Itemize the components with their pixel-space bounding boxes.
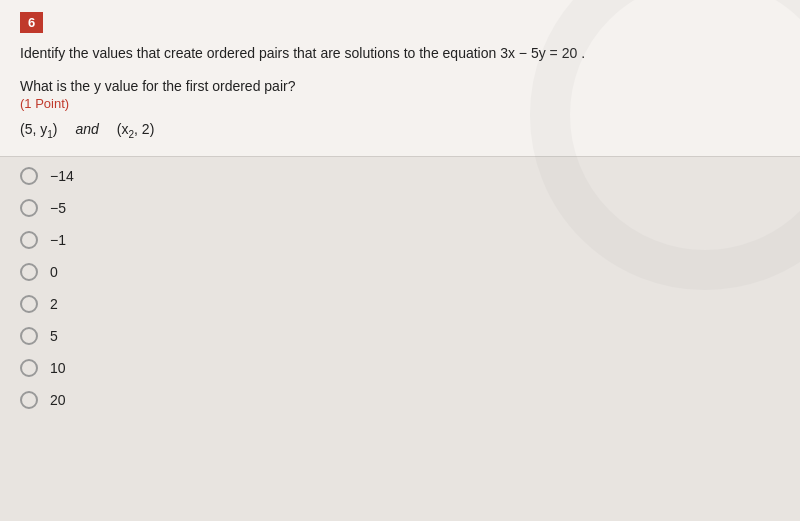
sub-question-text: What is the y value for the first ordere… (20, 78, 780, 94)
radio-neg14[interactable] (20, 167, 38, 185)
option-neg1[interactable]: −1 (20, 231, 780, 249)
label-5: 5 (50, 328, 58, 344)
option-neg14[interactable]: −14 (20, 167, 780, 185)
answers-section: −14 −5 −1 0 2 5 10 20 (0, 157, 800, 433)
radio-neg5[interactable] (20, 199, 38, 217)
page-container: 6 Identify the values that create ordere… (0, 0, 800, 521)
radio-10[interactable] (20, 359, 38, 377)
main-question-text: Identify the values that create ordered … (20, 43, 780, 64)
option-neg5[interactable]: −5 (20, 199, 780, 217)
option-5[interactable]: 5 (20, 327, 780, 345)
label-neg5: −5 (50, 200, 66, 216)
radio-5[interactable] (20, 327, 38, 345)
option-2[interactable]: 2 (20, 295, 780, 313)
pair1: (5, y1) (20, 121, 57, 140)
label-0: 0 (50, 264, 58, 280)
and-word: and (75, 121, 98, 137)
question-body: Identify the values that create ordered … (0, 33, 800, 156)
label-20: 20 (50, 392, 66, 408)
radio-neg1[interactable] (20, 231, 38, 249)
question-card: 6 Identify the values that create ordere… (0, 0, 800, 157)
label-neg14: −14 (50, 168, 74, 184)
question-number: 6 (20, 12, 43, 33)
label-10: 10 (50, 360, 66, 376)
option-0[interactable]: 0 (20, 263, 780, 281)
option-10[interactable]: 10 (20, 359, 780, 377)
points-label: (1 Point) (20, 96, 780, 111)
radio-20[interactable] (20, 391, 38, 409)
label-neg1: −1 (50, 232, 66, 248)
option-20[interactable]: 20 (20, 391, 780, 409)
radio-2[interactable] (20, 295, 38, 313)
ordered-pairs-row: (5, y1) and (x2, 2) (20, 121, 780, 140)
radio-0[interactable] (20, 263, 38, 281)
label-2: 2 (50, 296, 58, 312)
pair2: (x2, 2) (117, 121, 154, 140)
